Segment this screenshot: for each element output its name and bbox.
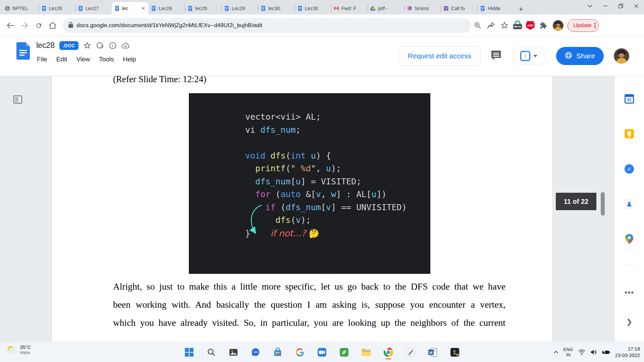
code-line: for (auto &[v, w] : AL[u])	[245, 188, 430, 201]
language-indicator[interactable]: ENG IN	[564, 347, 573, 358]
menu-view[interactable]: View	[76, 56, 90, 63]
weather-condition: Haze	[20, 350, 31, 355]
gmail-tab-icon	[334, 6, 339, 11]
star-document-icon[interactable]	[83, 42, 91, 50]
browser-tab-fwd-f[interactable]: Fwd: F	[331, 2, 368, 14]
taskbar-photos-icon[interactable]	[227, 345, 240, 360]
browser-tab-lec[interactable]: lec✕	[112, 2, 148, 14]
browser-tab-pdf[interactable]: pdf -	[368, 2, 404, 14]
tray-chevron-up-icon[interactable]	[554, 351, 558, 354]
tab-close-icon[interactable]: ✕	[141, 6, 146, 11]
browser-tab-lec30[interactable]: Lec30	[294, 2, 331, 14]
tab-search-chevron-icon[interactable]	[582, 0, 598, 12]
tray-time: 17:19	[615, 346, 640, 352]
code-line: } if not...? 🤔	[245, 227, 430, 240]
address-bar[interactable]: docs.google.com/document/d/1kYeNWjZg2nMt…	[62, 18, 471, 33]
taskbar-google-icon[interactable]	[293, 345, 307, 360]
beta-label: BETA	[513, 24, 522, 29]
tab-list: NPTELLec26Lec27lec✕Lec28lec29.Lec29lec30…	[2, 0, 526, 14]
menu-edit[interactable]: Edit	[56, 56, 67, 63]
taskbar-snip-icon[interactable]	[404, 345, 417, 360]
tab-label: lec29.	[195, 6, 219, 11]
back-icon[interactable]	[3, 18, 17, 33]
maps-icon[interactable]	[624, 234, 635, 244]
reload-icon[interactable]	[32, 18, 46, 33]
taskbar-word-icon[interactable]: W	[426, 345, 439, 360]
chrome-update-button[interactable]: Update	[568, 19, 599, 32]
bookmark-star-icon[interactable]	[498, 19, 511, 32]
contacts-icon[interactable]	[624, 199, 635, 209]
tasks-icon[interactable]: ✓	[624, 164, 635, 174]
battery-saver-icon[interactable]	[602, 350, 610, 355]
browser-tab-lec29[interactable]: Lec29	[221, 2, 258, 14]
tab-label: Lec30	[305, 6, 328, 11]
comment-icon[interactable]	[490, 50, 502, 62]
menu-help[interactable]: Help	[123, 56, 136, 63]
share-button[interactable]: Share	[556, 47, 604, 65]
close-window-button[interactable]	[629, 0, 644, 12]
taskbar-explorer-icon[interactable]	[360, 345, 373, 360]
tab-label: lec30.	[268, 6, 292, 11]
restore-button[interactable]	[613, 0, 629, 12]
more-addons-icon[interactable]: •••	[624, 287, 635, 298]
browser-profile-avatar[interactable]	[553, 20, 564, 31]
browser-menu-dots-icon[interactable]	[594, 23, 596, 28]
extensions-puzzle-icon[interactable]	[537, 19, 550, 32]
taskbar-weather-widget[interactable]: 35°C Haze	[6, 344, 31, 355]
browser-tab-call-fo[interactable]: Call fo	[441, 2, 477, 14]
show-outline-icon[interactable]	[13, 96, 22, 105]
add-shortcut-to-drive-icon[interactable]	[96, 42, 104, 50]
adblock-extension-icon[interactable]: ABP	[526, 21, 535, 30]
taskbar-chrome-icon[interactable]	[382, 345, 395, 360]
new-tab-button[interactable]: +	[516, 4, 526, 14]
google-docs-logo-icon[interactable]	[16, 42, 30, 61]
curved-arrow-annotation-icon	[248, 203, 268, 237]
taskbar-chat-icon[interactable]	[249, 345, 262, 360]
calendar-icon[interactable]: 31	[624, 94, 635, 104]
document-title[interactable]: lec28	[36, 41, 55, 50]
browser-tab-nptel[interactable]: NPTEL	[2, 2, 39, 14]
menu-tools[interactable]: Tools	[99, 56, 114, 63]
docs-header: lec28 .DOC FileEditViewToolsHelp Request…	[0, 37, 644, 76]
beta-extension-icon[interactable]: BETA	[513, 22, 522, 29]
taskbar-notes-icon[interactable]	[337, 345, 351, 360]
browser-tab-lec28[interactable]: Lec28	[148, 2, 185, 14]
taskbar-camera-icon[interactable]	[315, 345, 329, 360]
tray-date: 23-03-2022	[615, 352, 640, 359]
page-zoom-icon[interactable]	[471, 19, 484, 32]
page-indicator-badge: 11 of 22	[556, 193, 596, 210]
document-page[interactable]: (Refer Slide Time: 12:24) vector<vii> AL…	[52, 76, 552, 342]
tab-label: lec	[122, 6, 139, 11]
taskbar-store-icon[interactable]	[271, 345, 284, 360]
browser-tab-lec30[interactable]: lec30.	[258, 2, 294, 14]
browser-tab-lec26[interactable]: Lec26	[39, 2, 75, 14]
taskbar-start-icon[interactable]	[182, 345, 196, 360]
menu-file[interactable]: File	[37, 56, 47, 63]
editing-mode-selector[interactable]: ↑	[512, 47, 546, 65]
wifi-icon[interactable]	[578, 350, 585, 355]
code-line: vector<vii> AL;	[245, 111, 430, 124]
code-line: if (dfs_num[v] == UNVISITED)	[245, 201, 430, 214]
docs-profile-avatar[interactable]	[614, 48, 629, 64]
document-info-icon[interactable]	[109, 42, 117, 50]
keep-icon[interactable]	[624, 128, 635, 139]
minimize-button[interactable]	[598, 0, 613, 12]
hide-panel-chevron-icon[interactable]: ❯	[624, 317, 635, 327]
docs-tab-icon	[41, 6, 47, 11]
browser-tab-hidde[interactable]: Hidde	[477, 2, 514, 14]
browser-tab-lec27[interactable]: Lec27	[75, 2, 112, 14]
vertical-scrollbar[interactable]	[601, 192, 605, 216]
cloud-saved-icon[interactable]	[121, 42, 129, 50]
clock-widget[interactable]: 17:19 23-03-2022	[615, 346, 640, 359]
share-page-icon[interactable]	[484, 19, 498, 32]
taskbar-search-icon[interactable]	[205, 345, 218, 360]
browser-tab-lec29[interactable]: lec29.	[185, 2, 221, 14]
taskbar-sigma-icon[interactable]: Σ	[448, 345, 462, 360]
browser-tab-scienc[interactable]: Scienc	[404, 2, 441, 14]
request-edit-access-button[interactable]: Request edit access	[399, 46, 480, 66]
home-icon[interactable]	[46, 18, 60, 33]
volume-icon[interactable]	[590, 349, 597, 355]
forward-icon[interactable]	[17, 18, 32, 33]
paragraph-line: Alright, so just to make this a little m…	[113, 281, 505, 299]
weather-sun-icon	[6, 345, 17, 355]
